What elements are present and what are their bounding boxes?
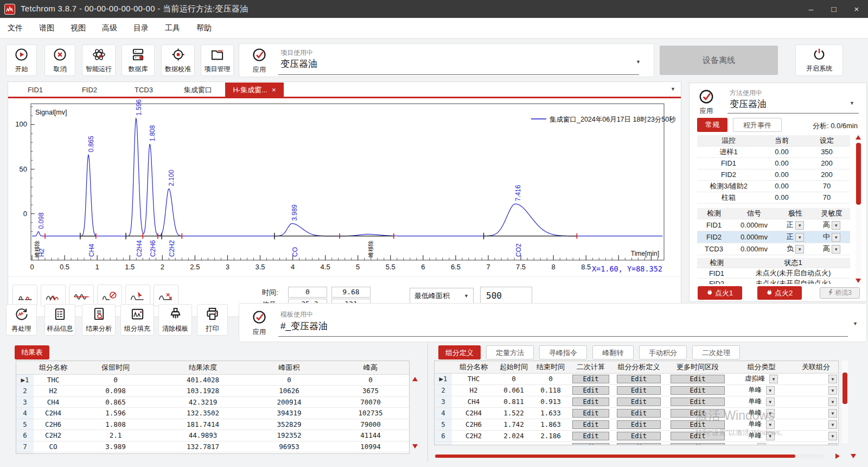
result-row[interactable]: 3CH40.86542.321920091470070 xyxy=(16,396,410,408)
ignite-1-button[interactable]: 点火1 xyxy=(698,286,742,300)
toolbar-button-analyze[interactable]: 结果分析 xyxy=(82,304,116,336)
edit-button[interactable]: Edit xyxy=(617,386,661,395)
time-to-input[interactable]: 9.68 xyxy=(331,287,371,298)
apply-project-button[interactable]: 应用 xyxy=(246,46,273,75)
component-row[interactable]: 4C2H41.5221.633EditEditEdit单峰 ▼▼ xyxy=(435,407,839,419)
time-from-input[interactable]: 0 xyxy=(288,287,327,298)
scroll-down-icon[interactable] xyxy=(851,454,856,458)
result-row[interactable]: 2H20.098103.1928106263675 xyxy=(16,386,410,397)
chart-tab-TCD3[interactable]: TCD3 xyxy=(117,83,171,97)
apply-method-button[interactable]: 应用 xyxy=(698,89,714,116)
component-tab-3[interactable]: 寻峰指令 xyxy=(539,345,587,359)
edit-button[interactable]: Edit xyxy=(617,443,661,446)
edit-button[interactable]: Edit xyxy=(617,432,661,440)
chromatogram-chart[interactable]: 05010000.511.522.533.544.555.566.577.588… xyxy=(10,99,676,275)
detector-row[interactable]: FID20.000mv正 ▼中 ▼ xyxy=(697,231,850,243)
toolbar-button-fill[interactable]: 组分填充 xyxy=(120,304,154,336)
tab-close-icon[interactable]: × xyxy=(272,86,276,94)
detector-row[interactable]: FID10.000mv正 ▼高 ▼ xyxy=(697,219,850,231)
min-peak-area-dropdown[interactable]: 最低峰面积 ▼ xyxy=(410,288,474,304)
chevron-down-icon[interactable]: ▼ xyxy=(795,245,804,254)
edit-button[interactable]: Edit xyxy=(671,386,725,395)
minimize-button[interactable]: – xyxy=(800,0,822,18)
component-tab-6[interactable]: 二次处理 xyxy=(692,345,740,359)
toolbar-button-database[interactable]: 数据库 xyxy=(122,45,155,76)
component-tab-4[interactable]: 峰翻转 xyxy=(592,345,634,359)
chevron-down-icon[interactable]: ▼ xyxy=(828,432,837,440)
edit-button[interactable]: Edit xyxy=(572,420,609,429)
ignite-2-button[interactable]: 点火2 xyxy=(757,286,802,300)
result-row[interactable]: ▶1THC0401.402800 xyxy=(16,374,410,386)
edit-button[interactable]: Edit xyxy=(572,386,609,395)
toolbar-button-folder[interactable]: 项目管理 xyxy=(201,45,234,76)
toolbar-button-print[interactable]: 打印 xyxy=(197,304,228,336)
edit-button[interactable]: Edit xyxy=(572,443,609,446)
toolbar-button-reprocess[interactable]: 再处理 xyxy=(6,304,37,336)
chevron-down-icon[interactable]: ▼ xyxy=(828,409,837,418)
component-hscrollbar[interactable] xyxy=(434,454,825,458)
results-scroll-down-icon[interactable] xyxy=(412,444,418,449)
peaks-overlay-icon[interactable] xyxy=(41,285,66,306)
chevron-down-icon[interactable]: ▼ xyxy=(832,233,840,242)
chevron-down-icon[interactable]: ▼ xyxy=(766,386,775,395)
result-row[interactable]: 5C2H61.808181.741435282979000 xyxy=(16,419,410,430)
peaks-compare-icon[interactable] xyxy=(12,285,37,306)
menu-item-2[interactable]: 谱图 xyxy=(39,23,54,33)
tab-temp-program[interactable]: 程升事件 xyxy=(733,118,782,132)
scroll-up-icon[interactable] xyxy=(856,135,861,140)
chart-tab-集成窗口[interactable]: 集成窗口 xyxy=(171,83,225,97)
chevron-down-icon[interactable]: ▼ xyxy=(853,321,858,326)
chevron-down-icon[interactable]: ▼ xyxy=(828,443,837,445)
tab-overflow-caret-icon[interactable]: ▼ xyxy=(671,86,675,92)
result-row[interactable]: 7CO3.989132.78179695310994 xyxy=(16,441,410,452)
edit-button[interactable]: Edit xyxy=(572,432,609,440)
close-button[interactable]: × xyxy=(845,0,868,18)
chevron-down-icon[interactable]: ▼ xyxy=(828,386,837,395)
method-panel-scrollbar[interactable] xyxy=(856,134,861,284)
toolbar-button-clean[interactable]: 清除模板 xyxy=(158,304,192,336)
edit-button[interactable]: Edit xyxy=(671,443,725,446)
component-row[interactable]: EditEditEdit▼▼ xyxy=(435,441,839,445)
peaks-baseline-icon[interactable] xyxy=(69,285,94,306)
scrollbar-thumb[interactable] xyxy=(843,373,847,404)
toolbar-button-play[interactable]: 开始 xyxy=(6,45,37,76)
peak-exclude-icon[interactable] xyxy=(97,285,122,306)
chevron-down-icon[interactable]: ▼ xyxy=(766,420,775,429)
chevron-down-icon[interactable]: ▼ xyxy=(828,420,837,429)
menu-item-3[interactable]: 视图 xyxy=(71,23,86,33)
results-scroll-up-icon[interactable] xyxy=(412,377,418,381)
chart-tab-FID2[interactable]: FID2 xyxy=(62,83,117,97)
menu-item-1[interactable]: 文件 xyxy=(8,23,23,33)
chevron-down-icon[interactable]: ▼ xyxy=(795,233,804,242)
chevron-down-icon[interactable]: ▼ xyxy=(850,100,854,106)
component-vscrollbar[interactable] xyxy=(842,361,848,443)
chevron-down-icon[interactable]: ▼ xyxy=(766,432,775,440)
edit-button[interactable]: Edit xyxy=(572,397,609,406)
component-row[interactable]: 2H20.0610.118EditEditEdit单峰 ▼▼ xyxy=(435,384,839,396)
result-row[interactable]: 4C2H41.596132.3502394319102735 xyxy=(16,408,410,419)
chevron-down-icon[interactable]: ▼ xyxy=(795,221,804,230)
component-tab-5[interactable]: 手动积分 xyxy=(639,345,687,359)
project-value[interactable]: 变压器油 xyxy=(280,58,317,70)
edit-button[interactable]: Edit xyxy=(671,375,725,383)
result-row[interactable]: 6C2H22.144.989319235241144 xyxy=(16,430,410,441)
method-value[interactable]: 变压器油 xyxy=(730,98,767,110)
component-row[interactable]: 6C2H22.0242.186EditEditEdit单峰 ▼▼ xyxy=(435,430,839,441)
edit-button[interactable]: Edit xyxy=(617,397,661,406)
component-row[interactable]: 3CH40.8110.913EditEditEdit单峰 ▼▼ xyxy=(435,396,839,407)
chart-tab-FID1[interactable]: FID1 xyxy=(8,83,62,97)
chevron-down-icon[interactable]: ▼ xyxy=(757,443,766,445)
chevron-down-icon[interactable]: ▼ xyxy=(636,59,641,65)
scroll-right-icon[interactable] xyxy=(835,453,840,459)
scrollbar-thumb[interactable] xyxy=(856,143,861,205)
edit-button[interactable]: Edit xyxy=(671,397,725,406)
edit-button[interactable]: Edit xyxy=(572,375,609,383)
toolbar-button-atom[interactable]: 智能运行 xyxy=(82,45,116,76)
chart-tab-active[interactable]: H-集成窗...× xyxy=(225,83,284,97)
menu-item-6[interactable]: 工具 xyxy=(165,23,180,33)
chevron-down-icon[interactable]: ▼ xyxy=(828,375,837,383)
toolbar-button-sample[interactable]: 样品信息 xyxy=(44,304,75,336)
peak-delete-icon[interactable] xyxy=(154,285,178,306)
component-tab-2[interactable]: 定量方法 xyxy=(486,345,534,359)
chevron-down-icon[interactable]: ▼ xyxy=(832,245,840,254)
